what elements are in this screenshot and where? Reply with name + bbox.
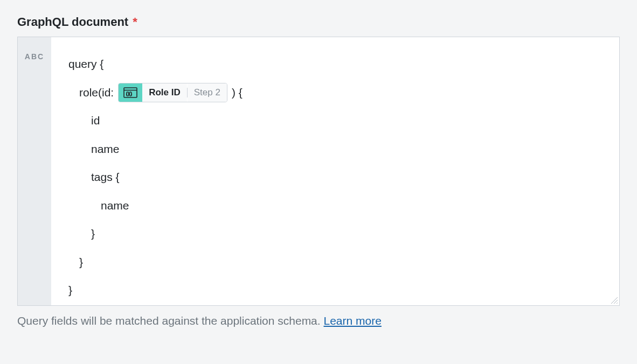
variable-label: Role ID xyxy=(142,83,187,102)
variable-step: Step 2 xyxy=(188,83,227,102)
graphql-editor[interactable]: ABC query { role(id: Role ID xyxy=(17,37,620,306)
code-text: } xyxy=(68,276,72,305)
helper-text-content: Query fields will be matched against the… xyxy=(17,314,323,327)
variable-icon xyxy=(119,83,142,102)
code-text: } xyxy=(79,248,83,277)
code-text: id xyxy=(91,107,100,135)
code-text: role(id: xyxy=(79,79,114,107)
code-text: } xyxy=(91,220,95,248)
code-text: name xyxy=(91,135,120,164)
code-line: role(id: Role ID Step 2 ) { xyxy=(68,79,602,107)
code-line: query { xyxy=(68,50,602,79)
code-text: query { xyxy=(68,50,103,79)
code-text: name xyxy=(101,192,129,220)
variable-token[interactable]: Role ID Step 2 xyxy=(118,83,227,102)
field-label-text: GraphQL document xyxy=(17,15,128,29)
code-line: } xyxy=(68,248,602,277)
code-text: tags { xyxy=(91,163,120,192)
code-input-area[interactable]: query { role(id: Role ID Step 2 xyxy=(51,37,619,305)
svg-line-6 xyxy=(617,303,618,304)
code-line: } xyxy=(68,220,602,248)
code-line: name xyxy=(68,135,602,164)
code-line: name xyxy=(68,192,602,220)
helper-text: Query fields will be matched against the… xyxy=(17,314,620,327)
code-line: } xyxy=(68,276,602,305)
code-line: id xyxy=(68,107,602,135)
editor-gutter: ABC xyxy=(18,37,51,305)
gutter-label: ABC xyxy=(25,52,44,61)
code-text: ) { xyxy=(232,79,243,107)
svg-line-4 xyxy=(611,297,618,304)
required-asterisk: * xyxy=(133,15,137,29)
resize-handle-icon[interactable] xyxy=(610,296,618,304)
field-label: GraphQL document * xyxy=(17,15,620,29)
code-line: tags { xyxy=(68,163,602,192)
learn-more-link[interactable]: Learn more xyxy=(323,314,381,327)
